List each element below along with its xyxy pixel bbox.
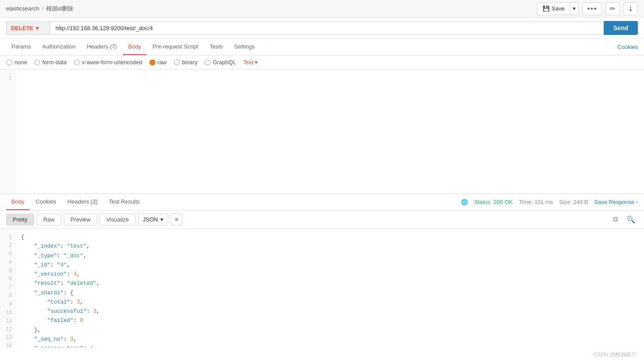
download-button[interactable]: ⤓ [623,2,638,15]
response-line-numbers: 1 2 3 4 5 6 7 8 9 10 11 12 13 14 [0,228,16,347]
tab-headers[interactable]: Headers (7) [82,39,122,55]
watermark: CSDN @醉酒横刀 [593,351,636,359]
resp-tab-cookies[interactable]: Cookies [31,194,62,210]
json-line-10: "failed": 0 [21,316,639,325]
response-toolbar: Pretty Raw Preview Visualize JSON ▾ ≡ ⧉ … [0,211,644,228]
top-bar: elasticsearch / 根据id删除 💾 Save ▾ ••• ✏ ⤓ [0,0,644,17]
body-option-graphql[interactable]: GraphQL [204,59,236,66]
request-tabs: Params Authorization Headers (7) Body Pr… [0,39,644,55]
json-chevron-icon: ▾ [160,216,163,223]
tab-title: elasticsearch [6,5,39,12]
radio-graphql [204,59,211,66]
tab-authorization[interactable]: Authorization [37,39,81,55]
request-body-editor: 1 [0,69,644,194]
url-bar: DELETE ▾ Send [0,17,644,39]
save-button-group: 💾 Save ▾ [537,2,579,15]
radio-urlencoded [74,59,80,66]
text-format-dropdown[interactable]: Text ▾ [243,59,258,66]
json-line-6: "result": "deleted", [21,279,639,288]
tab-params[interactable]: Params [6,39,36,55]
view-pretty-button[interactable]: Pretty [6,214,34,225]
wrap-lines-button[interactable]: ≡ [171,213,182,225]
resp-tab-headers[interactable]: Headers (3) [62,194,103,210]
json-line-12: "_seq_no": 3, [21,335,639,344]
json-line-13: "_primary_term": 1 [21,344,639,347]
method-label: DELETE [11,25,33,31]
edit-button[interactable]: ✏ [606,2,620,15]
body-option-urlencoded[interactable]: x-www-form-urlencoded [74,59,142,66]
view-raw-button[interactable]: Raw [37,214,61,225]
copy-button[interactable]: ⧉ [610,214,620,225]
save-response-button[interactable]: Save Response › [594,199,638,205]
radio-form-data [34,59,40,66]
json-line-5: "_version": 4, [21,270,639,279]
method-chevron: ▾ [36,25,39,31]
radio-raw [149,59,156,66]
body-options: none form-data x-www-form-urlencoded raw… [0,55,644,69]
line-numbers: 1 [0,69,16,194]
tab-body[interactable]: Body [123,39,146,55]
tab-settings[interactable]: Settings [229,39,260,55]
breadcrumb-sep: / [42,5,44,12]
view-visualize-button[interactable]: Visualize [100,214,135,225]
top-bar-actions: 💾 Save ▾ ••• ✏ ⤓ [537,2,638,15]
json-line-11: }, [21,326,639,335]
json-format-select[interactable]: JSON ▾ [138,214,168,225]
response-json-content: { "_index": "test", "_type": "_doc", "_i… [16,228,644,347]
body-option-none[interactable]: none [6,59,27,66]
json-line-9: "successful": 3, [21,307,639,316]
resp-toolbar-right: ⧉ 🔍 [610,214,638,225]
cookies-link[interactable]: Cookies [617,44,638,50]
resp-tab-test-results[interactable]: Test Results [104,194,145,210]
chevron-down-icon: ▾ [255,59,258,66]
save-dropdown-button[interactable]: ▾ [570,3,578,14]
json-line-7: "_shards": { [21,289,639,298]
body-option-form-data[interactable]: form-data [34,59,67,66]
response-time: Time: 101 ms [519,199,553,205]
tab-pre-request-script[interactable]: Pre-request Script [147,39,204,55]
status-code: Status: 200 OK [474,199,512,205]
more-button[interactable]: ••• [582,2,602,15]
editor-content[interactable] [16,69,644,194]
save-button[interactable]: 💾 Save [537,3,570,14]
globe-icon: 🌐 [461,199,468,205]
response-status: 🌐 Status: 200 OK Time: 101 ms Size: 249 … [461,199,638,205]
json-line-8: "total": 3, [21,298,639,307]
tab-subtitle: 根据id删除 [46,5,73,13]
line-number: 1 [3,74,12,82]
json-line-3: "_type": "_doc", [21,252,639,261]
radio-binary [174,59,180,66]
json-line-4: "_id": "4", [21,261,639,270]
resp-tab-body[interactable]: Body [6,194,30,210]
breadcrumb: elasticsearch / 根据id删除 [6,5,73,13]
response-tabs: Body Cookies Headers (3) Test Results 🌐 … [0,194,644,211]
response-size: Size: 249 B [559,199,589,205]
response-body: 1 2 3 4 5 6 7 8 9 10 11 12 13 14 { "_ind… [0,228,644,347]
view-preview-button[interactable]: Preview [64,214,97,225]
body-option-binary[interactable]: binary [174,59,197,66]
send-button[interactable]: Send [604,21,638,35]
radio-none [6,59,12,66]
url-input[interactable] [50,21,604,35]
save-icon: 💾 [543,5,550,12]
json-line-2: "_index": "test", [21,242,639,251]
tab-tests[interactable]: Tests [204,39,228,55]
body-option-raw[interactable]: raw [149,59,167,66]
search-button[interactable]: 🔍 [624,214,638,225]
method-select[interactable]: DELETE ▾ [6,21,50,35]
json-line-1: { [21,233,639,242]
